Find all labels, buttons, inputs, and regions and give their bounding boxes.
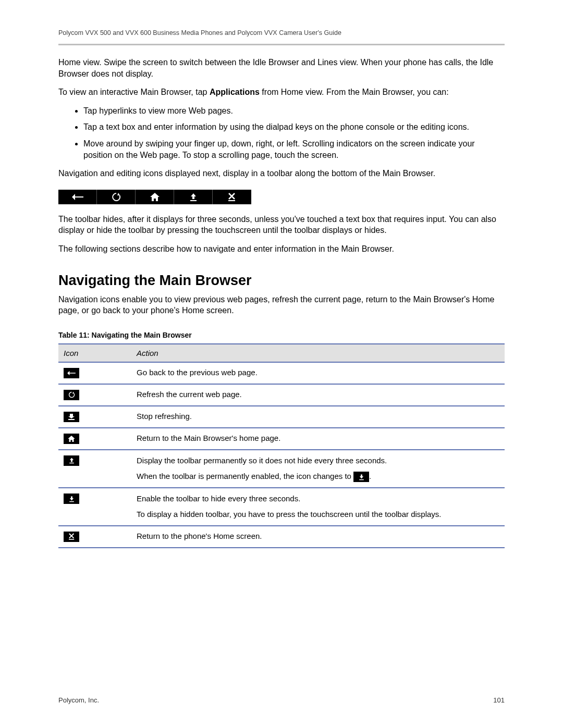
home-icon [64, 434, 79, 444]
column-header-icon: Icon [58, 344, 131, 362]
table-row: Refresh the current web page. [58, 384, 505, 406]
table-row: Go back to the previous web page. [58, 362, 505, 384]
paragraph: Navigation icons enable you to view prev… [58, 294, 505, 316]
header-divider [58, 44, 505, 45]
paragraph: Navigation and editing icons displayed n… [58, 168, 505, 179]
text: from Home view. From the Main Browser, y… [260, 88, 449, 96]
svg-rect-2 [68, 419, 75, 420]
bullet-list: Tap hyperlinks to view more Web pages. T… [58, 105, 505, 161]
applications-label: Applications [210, 88, 260, 96]
action-text: Go back to the previous web page. [131, 362, 505, 384]
text: To view an interactive Main Browser, tap [58, 88, 210, 96]
toolbar-figure [58, 190, 251, 204]
action-text: Display the toolbar permanently so it do… [137, 455, 499, 466]
table-row: Return to the phone's Home screen. [58, 526, 505, 548]
table-row: Return to the Main Browser's home page. [58, 428, 505, 450]
svg-rect-4 [359, 479, 364, 479]
section-heading: Navigating the Main Browser [58, 273, 505, 289]
svg-rect-6 [69, 539, 74, 540]
table-caption: Table 11: Navigating the Main Browser [58, 331, 505, 339]
stop-icon [64, 412, 79, 422]
unpin-toolbar-icon [64, 493, 79, 504]
pin-toolbar-icon [64, 455, 79, 466]
svg-rect-1 [228, 200, 235, 201]
list-item: Tap a text box and enter information by … [83, 121, 505, 133]
action-text: Return to the Main Browser's home page. [131, 428, 505, 450]
home-icon [136, 190, 174, 204]
paragraph: Home view. Swipe the screen to switch be… [58, 57, 505, 79]
svg-rect-3 [69, 463, 74, 463]
paragraph: The following sections describe how to n… [58, 243, 505, 255]
refresh-icon [64, 390, 79, 400]
text: When the toolbar is permanently enabled,… [137, 472, 353, 480]
document-header: Polycom VVX 500 and VVX 600 Business Med… [58, 29, 505, 36]
paragraph: To view an interactive Main Browser, tap… [58, 87, 505, 98]
back-icon [64, 368, 79, 378]
navigation-table: Icon Action Go back to the previous web … [58, 343, 505, 548]
paragraph: The toolbar hides, after it displays for… [58, 214, 505, 236]
footer-company: Polycom, Inc. [58, 696, 99, 704]
action-text: Enable the toolbar to hide every three s… [137, 493, 499, 504]
column-header-action: Action [131, 344, 505, 362]
action-text: Stop refreshing. [131, 406, 505, 428]
unpin-toolbar-icon [353, 472, 369, 482]
pin-toolbar-icon [174, 190, 213, 204]
list-item: Move around by swiping your finger up, d… [83, 138, 505, 161]
list-item: Tap hyperlinks to view more Web pages. [83, 105, 505, 117]
page-footer: Polycom, Inc. 101 [58, 696, 505, 704]
text: . [369, 472, 371, 480]
action-text: Return to the phone's Home screen. [131, 526, 505, 548]
action-text: To display a hidden toolbar, you have to… [137, 509, 499, 520]
footer-page-number: 101 [493, 696, 505, 704]
table-row: Enable the toolbar to hide every three s… [58, 488, 505, 526]
action-text: When the toolbar is permanently enabled,… [137, 471, 499, 482]
table-row: Display the toolbar permanently so it do… [58, 450, 505, 488]
close-icon [64, 532, 79, 542]
close-icon [213, 190, 251, 204]
table-row: Stop refreshing. [58, 406, 505, 428]
back-icon [58, 190, 97, 204]
svg-rect-5 [69, 501, 74, 501]
svg-rect-0 [190, 200, 197, 201]
action-text: Refresh the current web page. [131, 384, 505, 406]
refresh-icon [97, 190, 136, 204]
